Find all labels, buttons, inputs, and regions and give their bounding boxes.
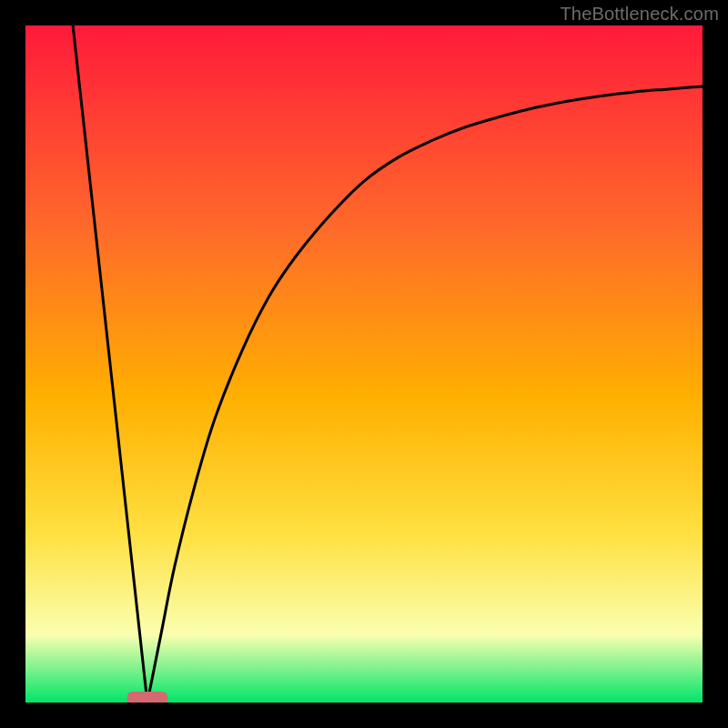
gradient-background xyxy=(25,25,703,703)
chart-frame: TheBottleneck.com xyxy=(0,0,728,728)
watermark-text: TheBottleneck.com xyxy=(560,4,719,25)
chart-svg xyxy=(25,25,703,703)
plot-area xyxy=(25,25,703,703)
bottleneck-marker xyxy=(127,692,168,703)
